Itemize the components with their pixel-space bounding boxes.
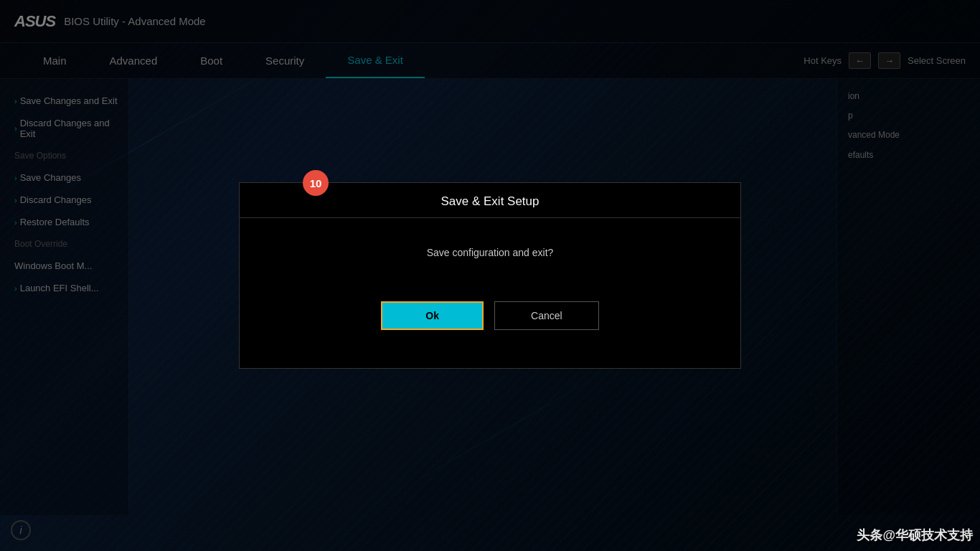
modal-overlay: 10 Save & Exit Setup Save configuration … — [0, 0, 980, 551]
watermark: 头条@华硕技术支持 — [857, 527, 973, 544]
dialog: 10 Save & Exit Setup Save configuration … — [239, 182, 741, 369]
dialog-footer: Ok Cancel — [240, 287, 740, 344]
ok-button[interactable]: Ok — [381, 301, 484, 330]
cancel-button[interactable]: Cancel — [494, 301, 599, 330]
step-badge: 10 — [303, 170, 329, 196]
dialog-message: Save configuration and exit? — [240, 218, 740, 287]
